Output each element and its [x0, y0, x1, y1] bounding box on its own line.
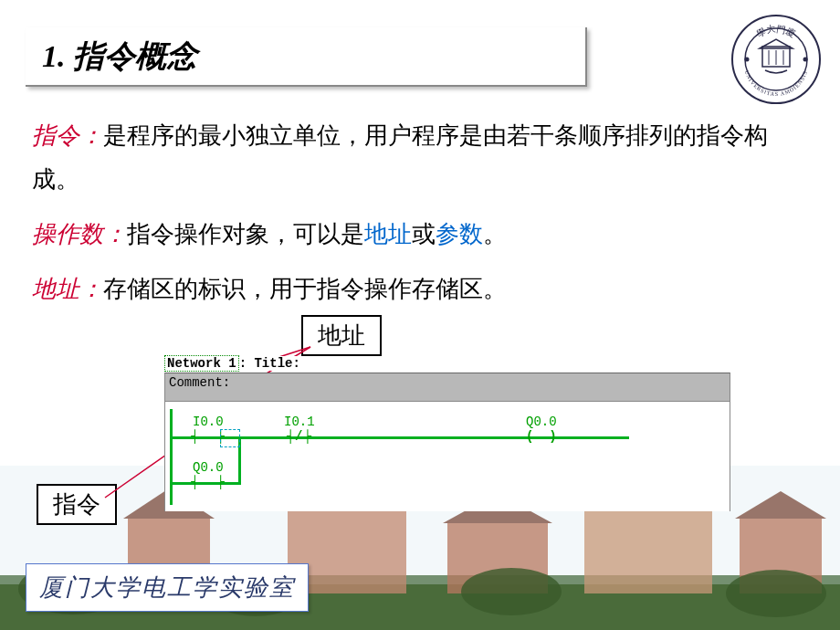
paragraph-instruction: 指令：是程序的最小独立单位，用户程序是由若干条顺序排列的指令构成。 [32, 114, 803, 202]
def-operand-mid: 或 [412, 221, 436, 247]
svg-point-14 [461, 568, 562, 615]
svg-point-21 [803, 58, 808, 62]
paragraph-address: 地址：存储区的标识，用于指令操作存储区。 [32, 268, 803, 311]
section-title-box: 1. 指令概念 [26, 27, 587, 87]
section-title: 1. 指令概念 [42, 36, 197, 78]
content-area: 指令：是程序的最小独立单位，用户程序是由若干条顺序排列的指令构成。 操作数：指令… [32, 114, 803, 322]
contact-I0.1: I0.1 ┤/├ [284, 415, 315, 444]
def-operand-pre: 指令操作对象，可以是 [127, 221, 364, 247]
def-instruction: 是程序的最小独立单位，用户程序是由若干条顺序排列的指令构成。 [32, 122, 768, 193]
ladder-rung-area: I0.0 ┤ ├ I0.1 ┤/├ Q0.0 ( ) Q0.0 ┤ ├ [164, 402, 730, 511]
paragraph-operand: 操作数：指令操作对象，可以是地址或参数。 [32, 213, 803, 257]
comment-row: Comment: [164, 373, 730, 402]
def-address: 存储区的标识，用于指令操作存储区。 [103, 276, 507, 302]
footer-attribution-box: 厦门大学电工学实验室 [26, 563, 309, 612]
svg-point-20 [745, 58, 750, 62]
output-coil-icon: ( ) [526, 429, 557, 444]
left-power-rail [170, 409, 173, 505]
term-operand: 操作数： [32, 221, 127, 247]
svg-point-15 [726, 570, 826, 617]
ladder-editor-panel: Network 1: Title: Comment: I0.0 ┤ ├ I0.1… [164, 356, 730, 511]
term-instruction: 指令： [32, 122, 103, 149]
contact-Q0.0-label: Q0.0 [191, 460, 226, 475]
normally-open-contact-icon: ┤ ├ [191, 475, 226, 489]
link-address: 地址 [364, 221, 412, 247]
coil-Q0.0-label: Q0.0 [526, 415, 557, 429]
normally-closed-contact-icon: ┤/├ [284, 429, 315, 444]
network-header: Network 1: Title: [164, 356, 730, 371]
contact-Q0.0: Q0.0 ┤ ├ [191, 460, 226, 489]
callout-instruction: 指令 [37, 484, 117, 525]
network-label: Network 1 [164, 355, 239, 372]
contact-I0.1-label: I0.1 [284, 415, 315, 429]
ladder-diagram-figure: 地址 指令 Network 1: Title: Comment: I0.0 ┤ … [37, 315, 767, 552]
university-seal-logo: 學大門廈 UNIVERSITAS AMOIENSIS [730, 14, 822, 105]
coil-Q0.0: Q0.0 ( ) [526, 415, 557, 444]
term-address: 地址： [32, 276, 103, 302]
selection-cursor [220, 429, 240, 447]
contact-I0.0-label: I0.0 [191, 415, 226, 429]
footer-attribution: 厦门大学电工学实验室 [39, 574, 295, 601]
rung-1-wire [173, 436, 629, 439]
network-title-suffix: : Title: [239, 356, 300, 371]
def-operand-end: 。 [483, 221, 507, 247]
callout-address: 地址 [301, 315, 382, 356]
link-parameter: 参数 [436, 221, 483, 247]
